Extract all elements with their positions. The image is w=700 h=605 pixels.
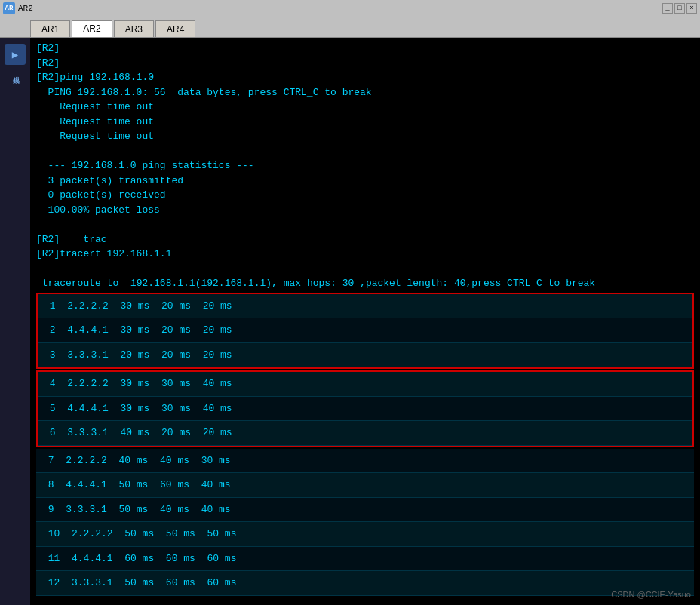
tracert-row-7: 7 2.2.2.2 40 ms 40 ms 30 ms (36, 449, 694, 474)
term-line-timeout3: Request time out (36, 129, 694, 144)
tab-AR4[interactable]: AR4 (155, 20, 195, 37)
term-line-timeout2: Request time out (36, 115, 694, 130)
tracert-row-4: 4 2.2.2.2 30 ms 30 ms 40 ms (38, 372, 692, 397)
tracert-row-10: 10 2.2.2.2 50 ms 50 ms 50 ms (36, 522, 694, 547)
minimize-button[interactable]: _ (662, 3, 673, 14)
term-line-traceroute: traceroute to 192.168.1.1(192.168.1.1), … (36, 276, 694, 291)
term-line-1: [R2] (36, 41, 694, 56)
terminal-output[interactable]: [R2] [R2] [R2]ping 192.168.1.0 PING 192.… (30, 38, 700, 605)
tab-AR2[interactable]: AR2 (72, 20, 112, 37)
term-line-2: [R2] (36, 56, 694, 71)
term-line-tracert: [R2]tracert 192.168.1.1 (36, 247, 694, 262)
close-button[interactable]: × (686, 3, 697, 14)
watermark: CSDN @CCIE-Yasuo (611, 590, 691, 599)
tracert-row-6: 6 3.3.3.1 40 ms 20 ms 20 ms (38, 421, 692, 446)
tab-AR3[interactable]: AR3 (114, 20, 154, 37)
window-controls: _ □ × (662, 3, 697, 14)
term-line-loss: 100.00% packet loss (36, 203, 694, 218)
sidebar-icon-1[interactable]: ▶ (5, 44, 26, 65)
tracert-row-9: 9 3.3.3.1 50 ms 40 ms 40 ms (36, 498, 694, 523)
sidebar: ▶ 视频 (0, 38, 30, 605)
app-icon: AR (3, 2, 15, 14)
term-line-ping: [R2]ping 192.168.1.0 (36, 70, 694, 85)
title-text: AR2 (18, 4, 659, 13)
main-area: ▶ 视频 [R2] [R2] [R2]ping 192.168.1.0 PING… (0, 38, 700, 605)
term-line-timeout1: Request time out (36, 100, 694, 115)
red-box-1: 1 2.2.2.2 30 ms 20 ms 20 ms 2 4.4.4.1 30… (36, 293, 694, 370)
tracert-row-5: 5 4.4.4.1 30 ms 30 ms 40 ms (38, 397, 692, 422)
term-line-stats: --- 192.168.1.0 ping statistics --- (36, 158, 694, 174)
tracert-row-8: 8 4.4.4.1 50 ms 60 ms 40 ms (36, 473, 694, 498)
maximize-button[interactable]: □ (674, 3, 685, 14)
term-line-trac: [R2] trac (36, 232, 694, 247)
term-line-received: 0 packet(s) received (36, 188, 694, 203)
tracert-row-11: 11 4.4.4.1 60 ms 60 ms 60 ms (36, 547, 694, 572)
term-line-ping-output: PING 192.168.1.0: 56 data bytes, press C… (36, 85, 694, 100)
tracert-row-3: 3 3.3.3.1 20 ms 20 ms 20 ms (38, 343, 692, 368)
title-bar: AR AR2 _ □ × (0, 0, 700, 17)
app-container: AR AR2 _ □ × AR1 AR2 AR3 AR4 ▶ 视频 [R2] [… (0, 0, 700, 605)
red-box-2: 4 2.2.2.2 30 ms 30 ms 40 ms 5 4.4.4.1 30… (36, 370, 694, 447)
term-line-transmitted: 3 packet(s) transmitted (36, 174, 694, 189)
tab-AR1[interactable]: AR1 (30, 20, 70, 37)
sidebar-label: 视频 (11, 71, 20, 72)
tracert-row-12: 12 3.3.3.1 50 ms 60 ms 60 ms (36, 571, 694, 596)
term-line-blank3 (36, 262, 694, 277)
tracert-row-1: 1 2.2.2.2 30 ms 20 ms 20 ms (38, 294, 692, 319)
term-line-blank2 (36, 217, 694, 232)
term-line-blank1 (36, 144, 694, 159)
tab-bar: AR1 AR2 AR3 AR4 (0, 17, 700, 38)
tracert-row-2: 2 4.4.4.1 30 ms 20 ms 20 ms (38, 318, 692, 343)
